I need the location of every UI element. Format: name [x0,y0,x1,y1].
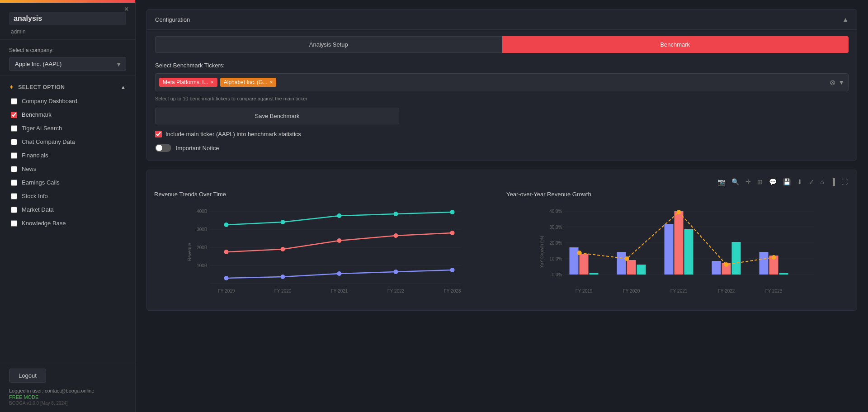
svg-text:FY 2023: FY 2023 [444,289,461,294]
company-dashboard-label: Company Dashboard [22,98,77,104]
important-notice-label: Important Notice [176,145,219,152]
svg-point-19 [224,276,229,280]
toolbar-zoom-in-icon[interactable]: 🔍 [730,177,741,186]
sidebar-item-earnings-calls[interactable]: Earnings Calls [5,176,131,189]
revenue-trends-chart: Revenue Trends Over Time 400B 300B 200B … [154,191,497,303]
sidebar-item-company-dashboard[interactable]: Company Dashboard [5,95,131,108]
earnings-calls-label: Earnings Calls [22,179,60,186]
svg-rect-46 [665,224,674,275]
svg-point-11 [337,213,342,218]
toolbar-grid-icon[interactable]: ⊞ [755,177,764,186]
toolbar-save-icon[interactable]: 💾 [781,177,793,186]
company-dashboard-checkbox[interactable] [11,98,17,104]
svg-rect-45 [637,265,646,275]
knowledge-base-checkbox[interactable] [11,220,17,227]
save-benchmark-button[interactable]: Save Benchmark [155,108,399,124]
svg-point-23 [450,268,455,272]
configuration-header[interactable]: Configuration ▲ [147,9,857,29]
svg-point-15 [281,247,285,251]
svg-point-18 [450,231,455,235]
market-data-label: Market Data [22,206,54,213]
svg-point-16 [337,238,342,243]
ticker-tag-alphabet-close-icon[interactable]: × [269,79,273,85]
svg-point-14 [224,250,229,254]
market-data-checkbox[interactable] [11,207,17,213]
svg-rect-49 [712,261,721,275]
svg-rect-42 [590,273,599,275]
ticker-tag-alphabet-label: Alphabet Inc. (G... [224,79,268,85]
important-notice-row: Important Notice [155,144,849,152]
toolbar-fullscreen-icon[interactable]: ⛶ [840,177,849,186]
include-main-ticker-row: Include main ticker (AAPL) into benchmar… [155,131,849,137]
sidebar-user-section: analysis admin [0,3,135,40]
svg-rect-41 [580,254,589,275]
tab-benchmark[interactable]: Benchmark [502,36,849,53]
nav-section-header[interactable]: ✦ SELECT OPTION ▲ [5,81,131,94]
svg-text:FY 2019: FY 2019 [576,289,593,294]
sidebar-item-financials[interactable]: Financials [5,149,131,162]
svg-point-12 [394,212,398,216]
svg-text:FY 2020: FY 2020 [623,289,640,294]
svg-text:10.0%: 10.0% [549,256,562,261]
revenue-trends-title: Revenue Trends Over Time [154,191,497,198]
sidebar-role: admin [9,28,26,35]
svg-point-58 [724,262,729,267]
company-select[interactable]: Apple Inc. (AAPL) [9,57,126,71]
toolbar-plus-icon[interactable]: ✛ [744,177,753,186]
tickers-dropdown-button[interactable]: ▼ [838,79,844,86]
tab-analysis-setup[interactable]: Analysis Setup [155,36,502,53]
logout-button[interactable]: Logout [9,369,46,383]
toolbar-expand-icon[interactable]: ⤢ [807,177,816,186]
news-checkbox[interactable] [11,166,17,172]
svg-text:300B: 300B [197,227,208,232]
sidebar-item-tiger-ai-search[interactable]: Tiger AI Search [5,122,131,135]
sidebar-item-news[interactable]: News [5,162,131,175]
ticker-tag-meta-close-icon[interactable]: × [211,79,214,85]
chart-toolbar: 📷 🔍 ✛ ⊞ 💬 💾 ⬇ ⤢ ⌂ ▐ ⛶ [154,177,849,186]
svg-point-10 [281,220,285,224]
svg-text:100B: 100B [197,263,208,268]
svg-point-57 [677,210,681,214]
sidebar-username: analysis [9,12,126,25]
ticker-tag-alphabet[interactable]: Alphabet Inc. (G... × [220,78,277,87]
benchmark-checkbox[interactable] [11,112,17,118]
financials-checkbox[interactable] [11,152,17,159]
sidebar-item-stock-info[interactable]: Stock Info [5,189,131,203]
toolbar-download-icon[interactable]: ⬇ [795,177,804,186]
svg-point-21 [337,271,342,276]
toolbar-home-icon[interactable]: ⌂ [819,177,826,186]
toolbar-camera-icon[interactable]: 📷 [716,177,727,186]
configuration-title: Configuration [155,16,190,23]
toolbar-bar-chart-icon[interactable]: ▐ [829,177,837,186]
svg-rect-52 [760,252,769,275]
sidebar-nav: ✦ SELECT OPTION ▲ Company Dashboard Benc… [0,76,135,362]
svg-text:FY 2021: FY 2021 [331,289,348,294]
svg-text:FY 2021: FY 2021 [670,289,688,294]
stock-info-checkbox[interactable] [11,193,17,199]
toolbar-chat-icon[interactable]: 💬 [767,177,778,186]
sidebar-item-chat-company-data[interactable]: Chat Company Data [5,135,131,148]
important-notice-toggle[interactable] [155,144,171,152]
tickers-clear-button[interactable]: ⊗ [830,78,835,87]
sidebar-item-market-data[interactable]: Market Data [5,203,131,216]
include-main-ticker-label: Include main ticker (AAPL) into benchmar… [165,131,301,137]
main-content: Configuration ▲ Analysis Setup Benchmark… [136,0,868,412]
charts-row: Revenue Trends Over Time 400B 300B 200B … [154,191,849,303]
yoy-growth-chart: Year-over-Year Revenue Growth 40.0% 30.0… [506,191,849,303]
svg-text:FY 2020: FY 2020 [274,289,292,294]
ticker-tag-meta[interactable]: Meta Platforms, I... × [159,78,217,87]
svg-point-56 [625,256,629,261]
tickers-input-row[interactable]: Meta Platforms, I... × Alphabet Inc. (G.… [155,73,849,91]
tickers-actions: ⊗ ▼ [830,78,844,87]
sidebar-company-label: Select a company: [9,47,126,53]
revenue-trends-svg: 400B 300B 200B 100B [154,202,497,302]
sidebar-close-button[interactable]: × [124,5,129,14]
tiger-ai-search-checkbox[interactable] [11,125,17,132]
sidebar-item-benchmark[interactable]: Benchmark [5,108,131,121]
earnings-calls-checkbox[interactable] [11,180,17,186]
chat-company-data-checkbox[interactable] [11,139,17,145]
include-main-ticker-checkbox[interactable] [155,131,162,137]
nav-section-label: SELECT OPTION [18,84,65,90]
version-text: BOOGA v1.0.0 [May 8, 2024] [9,401,126,406]
sidebar-item-knowledge-base[interactable]: Knowledge Base [5,217,131,230]
